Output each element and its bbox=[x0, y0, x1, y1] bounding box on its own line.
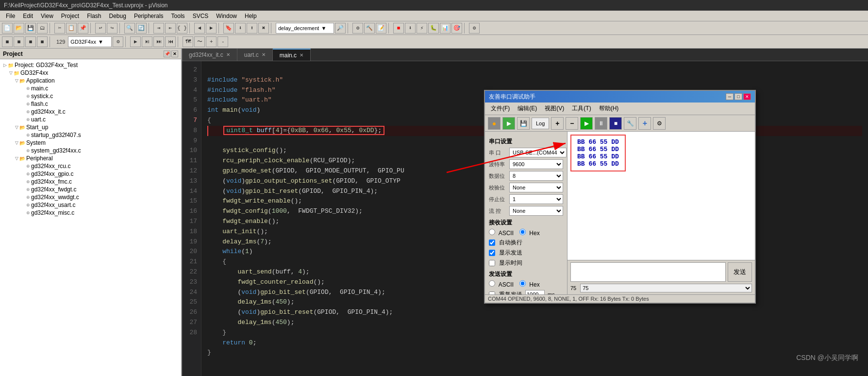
show-send-checkbox[interactable] bbox=[489, 250, 495, 256]
tree-startup_gd32.s[interactable]: ⊕ startup_gd32f407.s bbox=[0, 131, 181, 139]
flow-select[interactable]: None bbox=[509, 206, 563, 216]
auto-newline-checkbox[interactable] bbox=[489, 239, 495, 246]
tab-gd32f4xx_it[interactable]: gd32f4xx_it.c ✕ bbox=[182, 49, 237, 61]
tb-clear-book[interactable]: ✖ bbox=[258, 23, 269, 34]
s-tb-settings[interactable]: ⚙ bbox=[653, 117, 666, 130]
s-menu-tools[interactable]: 工具(T) bbox=[568, 103, 595, 114]
target-dropdown[interactable]: delay_decrement ▼ bbox=[276, 23, 334, 34]
tree-peripheral[interactable]: ▽ 📂 Peripheral bbox=[0, 154, 181, 162]
s-tb-tools[interactable]: 🔧 bbox=[624, 117, 636, 130]
tb2-plus[interactable]: + bbox=[206, 36, 217, 47]
tb-flash[interactable]: ⚡ bbox=[417, 23, 427, 34]
tb-replace[interactable]: 🔄 bbox=[136, 23, 147, 34]
s-tb-add[interactable]: + bbox=[638, 117, 651, 130]
tb2-step2[interactable]: ⏭ bbox=[153, 36, 164, 47]
recv-hex-label[interactable]: Hex bbox=[519, 229, 540, 237]
win-maximize[interactable]: □ bbox=[734, 93, 742, 100]
tb2-target-settings[interactable]: ⚙ bbox=[113, 36, 123, 47]
tree-main.c[interactable]: ⊕ main.c bbox=[0, 85, 181, 92]
tree-gd32f4xx[interactable]: ▽ 📁 GD32F4xx bbox=[0, 69, 181, 77]
tb2-map[interactable]: 🗺 bbox=[183, 36, 193, 47]
tab-gd32f4xx_it-close[interactable]: ✕ bbox=[226, 52, 230, 57]
port-select[interactable]: USB-SE...(COM44 bbox=[509, 148, 567, 157]
show-time-checkbox[interactable] bbox=[489, 260, 495, 266]
s-tb-stop[interactable]: ■ bbox=[609, 117, 622, 130]
tb-match[interactable]: { } bbox=[177, 23, 187, 34]
tb-stop[interactable]: ■ bbox=[393, 23, 404, 34]
tab-main[interactable]: main.c ✕ bbox=[273, 49, 311, 61]
tree-misc.c[interactable]: ⊕ gd32f4xx_misc.c bbox=[0, 209, 181, 217]
menu-debug[interactable]: Debug bbox=[105, 12, 130, 20]
tb-prev-book[interactable]: ⬆ bbox=[247, 23, 257, 34]
tb-download[interactable]: ⬇ bbox=[405, 23, 416, 34]
tab-main-close[interactable]: ✕ bbox=[300, 52, 303, 58]
tree-root[interactable]: ▷ 📁 Project: GD32F4xx_Test bbox=[0, 61, 181, 69]
tb2-step[interactable]: ⏯ bbox=[142, 36, 152, 47]
win-close[interactable]: ✕ bbox=[743, 93, 751, 100]
tb-next-book[interactable]: ⬇ bbox=[235, 23, 246, 34]
send-button[interactable]: 发送 bbox=[728, 262, 752, 282]
s-tb-minus[interactable]: − bbox=[566, 117, 578, 130]
menu-svcs[interactable]: SVCS bbox=[189, 12, 213, 20]
menu-window[interactable]: Window bbox=[212, 12, 241, 20]
tb-search[interactable]: 🔎 bbox=[335, 23, 346, 34]
device-dropdown[interactable]: GD32F4xx ▼ bbox=[68, 36, 112, 47]
tb-back[interactable]: ◄ bbox=[194, 23, 205, 34]
menu-peripherals[interactable]: Peripherals bbox=[130, 12, 167, 20]
tb-save-all[interactable]: 🗂 bbox=[37, 23, 48, 34]
tree-fwdgt.c[interactable]: ⊕ gd32f4xx_fwdgt.c bbox=[0, 186, 181, 193]
tree-fmc.c[interactable]: ⊕ gd32f4xx_fmc.c bbox=[0, 178, 181, 186]
s-tb-play[interactable]: ▶ bbox=[580, 117, 593, 130]
tb-bookmark[interactable]: 🔖 bbox=[223, 23, 234, 34]
send-ascii-label[interactable]: ASCII bbox=[489, 280, 514, 288]
recv-ascii-label[interactable]: ASCII bbox=[489, 229, 514, 237]
recv-ascii-radio[interactable] bbox=[489, 229, 495, 235]
tb2-run[interactable]: ▶ bbox=[130, 36, 141, 47]
s-tb-plus[interactable]: + bbox=[551, 117, 564, 130]
tree-startup[interactable]: ▽ 📂 Start_up bbox=[0, 123, 181, 131]
s-tb-pause[interactable]: ⏸ bbox=[595, 117, 607, 130]
tb-outdent[interactable]: ⇤ bbox=[165, 23, 176, 34]
tb-open[interactable]: 📂 bbox=[14, 23, 24, 34]
stop-select[interactable]: 1 bbox=[509, 194, 563, 204]
tb2-3[interactable]: ◼ bbox=[25, 36, 36, 47]
tb-save[interactable]: 💾 bbox=[25, 23, 36, 34]
tree-rcu.c[interactable]: ⊕ gd32f4xx_rcu.c bbox=[0, 162, 181, 170]
tb-forward[interactable]: ► bbox=[206, 23, 217, 34]
data-select[interactable]: 8 bbox=[509, 171, 563, 181]
tree-flash.c[interactable]: ⊕ flash.c bbox=[0, 100, 181, 108]
tb2-4[interactable]: ◼ bbox=[37, 36, 48, 47]
tab-uart[interactable]: uart.c ✕ bbox=[237, 49, 273, 61]
send-hex-radio[interactable] bbox=[519, 280, 526, 287]
s-tb-connect[interactable]: ▶ bbox=[502, 117, 515, 130]
menu-tools[interactable]: Tools bbox=[167, 12, 189, 20]
tb2-2[interactable]: ◼ bbox=[14, 36, 24, 47]
tb-settings[interactable]: ⚙ bbox=[469, 23, 480, 34]
s-tb-save[interactable]: 💾 bbox=[517, 117, 530, 130]
panel-pin[interactable]: 📌 bbox=[164, 51, 170, 57]
recv-hex-radio[interactable] bbox=[519, 229, 526, 235]
s-tb-open[interactable]: ● bbox=[488, 117, 501, 130]
menu-project[interactable]: Project bbox=[57, 12, 83, 20]
tb-paste[interactable]: 📌 bbox=[78, 23, 88, 34]
s-menu-file[interactable]: 文件(F) bbox=[487, 103, 514, 114]
tb-build[interactable]: ⚙ bbox=[352, 23, 363, 34]
tb2-minus[interactable]: - bbox=[217, 36, 228, 47]
tb-debug2[interactable]: 📊 bbox=[440, 23, 451, 34]
win-minimize[interactable]: ─ bbox=[726, 93, 734, 100]
tree-uart.c[interactable]: ⊕ uart.c bbox=[0, 116, 181, 123]
tb-rebuild[interactable]: 🔨 bbox=[364, 23, 375, 34]
s-menu-view[interactable]: 视图(V) bbox=[541, 103, 568, 114]
tree-system[interactable]: ▽ 📂 System bbox=[0, 139, 181, 147]
tree-systick.c[interactable]: ⊕ systick.c bbox=[0, 92, 181, 100]
panel-close[interactable]: ✕ bbox=[171, 51, 178, 57]
tb-undo[interactable]: ↩ bbox=[95, 23, 106, 34]
tree-gpio.c[interactable]: ⊕ gd32f4xx_gpio.c bbox=[0, 170, 181, 178]
parity-select[interactable]: None bbox=[509, 183, 563, 192]
s-tb-log[interactable]: Log bbox=[532, 118, 549, 129]
tb-indent[interactable]: ⇥ bbox=[153, 23, 164, 34]
tb-debug1[interactable]: 🐛 bbox=[428, 23, 439, 34]
send-hex-label[interactable]: Hex bbox=[519, 280, 540, 288]
tree-application[interactable]: ▽ 📂 Application bbox=[0, 77, 181, 85]
tb2-step3[interactable]: ⏮ bbox=[165, 36, 176, 47]
